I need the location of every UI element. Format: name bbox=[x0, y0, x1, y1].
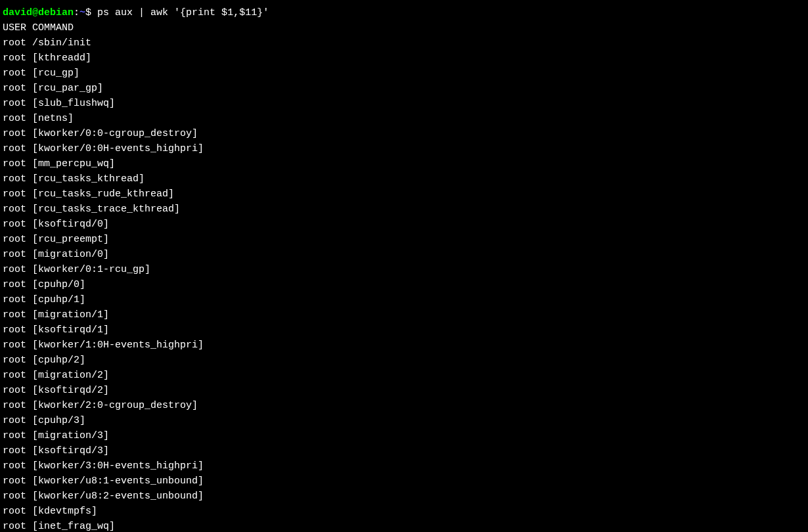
output-line: root [mm_percpu_wq] bbox=[3, 156, 805, 171]
output-line: root [rcu_tasks_rude_kthread] bbox=[3, 187, 805, 202]
output-line: root [kworker/2:0-cgroup_destroy] bbox=[3, 398, 805, 413]
output-line: root [kthreadd] bbox=[3, 51, 805, 66]
output-line: root [rcu_tasks_trace_kthread] bbox=[3, 202, 805, 217]
output-line: root [cpuhp/1] bbox=[3, 292, 805, 307]
output-line: root [cpuhp/0] bbox=[3, 277, 805, 292]
prompt-colon: : bbox=[74, 7, 79, 18]
prompt-host: debian bbox=[38, 7, 74, 18]
output-line: root [ksoftirqd/0] bbox=[3, 217, 805, 232]
output-header: USER COMMAND bbox=[3, 20, 805, 35]
output-line: root [ksoftirqd/1] bbox=[3, 322, 805, 338]
prompt-path: ~ bbox=[79, 7, 85, 18]
output-line: root /sbin/init bbox=[3, 35, 805, 51]
terminal-output[interactable]: david@debian:~$ ps aux | awk '{print $1,… bbox=[3, 5, 805, 532]
output-line: root [rcu_gp] bbox=[3, 66, 805, 81]
output-line: root [rcu_preempt] bbox=[3, 232, 805, 247]
output-line: root [kworker/1:0H-events_highpri] bbox=[3, 338, 805, 353]
output-line: root [migration/0] bbox=[3, 247, 805, 262]
output-line: root [kdevtmpfs] bbox=[3, 504, 805, 519]
output-line: root [cpuhp/3] bbox=[3, 413, 805, 428]
prompt-line: david@debian:~$ ps aux | awk '{print $1,… bbox=[3, 5, 805, 20]
output-container: root /sbin/initroot [kthreadd]root [rcu_… bbox=[3, 35, 805, 532]
output-line: root [cpuhp/2] bbox=[3, 353, 805, 368]
output-line: root [migration/1] bbox=[3, 307, 805, 322]
prompt-dollar: $ bbox=[85, 7, 97, 18]
output-line: root [kworker/0:0H-events_highpri] bbox=[3, 141, 805, 156]
output-line: root [kworker/u8:1-events_unbound] bbox=[3, 474, 805, 489]
command-text: ps aux | awk '{print $1,$11}' bbox=[97, 7, 269, 18]
prompt-user: david bbox=[3, 7, 32, 18]
output-line: root [migration/3] bbox=[3, 428, 805, 443]
output-line: root [ksoftirqd/3] bbox=[3, 443, 805, 458]
output-line: root [kworker/0:1-rcu_gp] bbox=[3, 262, 805, 277]
output-line: root [rcu_tasks_kthread] bbox=[3, 171, 805, 187]
output-line: root [inet_frag_wq] bbox=[3, 519, 805, 532]
output-line: root [kworker/0:0-cgroup_destroy] bbox=[3, 126, 805, 141]
output-line: root [netns] bbox=[3, 111, 805, 126]
output-line: root [kworker/3:0H-events_highpri] bbox=[3, 458, 805, 474]
prompt-at: @ bbox=[32, 7, 38, 18]
output-line: root [ksoftirqd/2] bbox=[3, 383, 805, 398]
output-line: root [migration/2] bbox=[3, 368, 805, 383]
output-line: root [rcu_par_gp] bbox=[3, 81, 805, 96]
output-line: root [slub_flushwq] bbox=[3, 96, 805, 111]
output-line: root [kworker/u8:2-events_unbound] bbox=[3, 489, 805, 504]
